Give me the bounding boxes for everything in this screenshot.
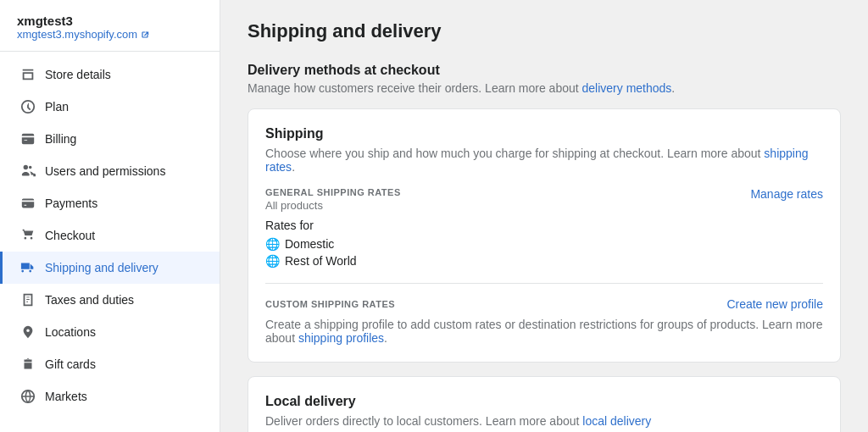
sidebar-item-checkout[interactable]: Checkout [0, 219, 220, 252]
shipping-card: Shipping Choose where you ship and how m… [248, 108, 841, 363]
rates-header: GENERAL SHIPPING RATES All products Rate… [265, 187, 823, 269]
shipping-icon [19, 259, 36, 276]
custom-rates-label: CUSTOM SHIPPING RATES [265, 299, 395, 309]
general-shipping-rates-section: GENERAL SHIPPING RATES All products Rate… [265, 187, 823, 269]
local-delivery-card: Local delivery Deliver orders directly t… [248, 376, 841, 432]
gift-icon [19, 356, 36, 373]
custom-rates-header: CUSTOM SHIPPING RATES Create new profile [265, 297, 823, 311]
sidebar-item-plan[interactable]: Plan [0, 91, 220, 123]
rate-domestic: 🌐 Domestic [265, 235, 401, 252]
billing-icon [19, 130, 36, 147]
sidebar-item-markets[interactable]: Markets [0, 380, 220, 413]
general-rates-label: GENERAL SHIPPING RATES [265, 187, 401, 197]
sidebar-label-billing: Billing [45, 132, 76, 146]
custom-shipping-rates-section: CUSTOM SHIPPING RATES Create new profile… [265, 297, 823, 345]
store-url-link[interactable]: xmgtest3.myshopify.com [17, 28, 203, 41]
sidebar-item-store-details[interactable]: Store details [0, 58, 220, 91]
sidebar-label-payments: Payments [45, 197, 97, 210]
markets-icon [19, 388, 36, 405]
store-icon [19, 66, 36, 83]
card-divider [265, 283, 823, 284]
globe-world-icon: 🌐 [265, 254, 280, 268]
sidebar-label-markets: Markets [45, 390, 87, 403]
payments-icon [19, 195, 36, 212]
page-title: Shipping and delivery [248, 20, 841, 42]
store-name: xmgtest3 [17, 14, 203, 28]
sidebar-item-users-permissions[interactable]: Users and permissions [0, 155, 220, 187]
local-delivery-desc: Deliver orders directly to local custome… [265, 414, 823, 428]
sidebar-header: xmgtest3 xmgtest3.myshopify.com [0, 0, 220, 52]
locations-icon [19, 324, 36, 341]
custom-rates-desc: Create a shipping profile to add custom … [265, 318, 823, 345]
shipping-card-title: Shipping [265, 126, 823, 141]
delivery-methods-title: Delivery methods at checkout [248, 63, 841, 78]
sidebar-label-locations: Locations [45, 325, 96, 339]
taxes-icon [19, 291, 36, 308]
sidebar-label-taxes: Taxes and duties [45, 293, 134, 307]
main-content: Shipping and delivery Delivery methods a… [220, 0, 868, 432]
sidebar-item-locations[interactable]: Locations [0, 316, 220, 348]
general-rates-info: GENERAL SHIPPING RATES All products Rate… [265, 187, 401, 269]
sidebar-nav: Store details Plan Billing Users and per… [0, 52, 220, 419]
shipping-card-desc: Choose where you ship and how much you c… [265, 147, 823, 174]
delivery-methods-subtitle: Manage how customers receive their order… [248, 81, 841, 95]
checkout-icon [19, 227, 36, 244]
sidebar-item-shipping-delivery[interactable]: Shipping and delivery [0, 252, 220, 284]
rates-for-label: Rates for [265, 219, 401, 232]
sidebar-item-payments[interactable]: Payments [0, 187, 220, 219]
manage-rates-link[interactable]: Manage rates [750, 187, 823, 201]
general-rates-sublabel: All products [265, 199, 401, 212]
sidebar-label-store-details: Store details [45, 68, 111, 81]
sidebar-item-billing[interactable]: Billing [0, 123, 220, 155]
sidebar-item-gift-cards[interactable]: Gift cards [0, 348, 220, 380]
sidebar-label-gift-cards: Gift cards [45, 357, 96, 371]
sidebar-label-shipping: Shipping and delivery [45, 261, 159, 274]
external-link-icon [140, 30, 150, 40]
plan-icon [19, 98, 36, 115]
local-delivery-link[interactable]: local delivery [582, 414, 651, 428]
sidebar-item-taxes-duties[interactable]: Taxes and duties [0, 284, 220, 316]
delivery-methods-section: Delivery methods at checkout Manage how … [248, 63, 841, 95]
local-delivery-title: Local delivery [265, 394, 823, 409]
sidebar-label-plan: Plan [45, 100, 69, 114]
delivery-methods-link[interactable]: delivery methods [582, 81, 672, 95]
rate-world: 🌐 Rest of World [265, 252, 401, 269]
create-profile-link[interactable]: Create new profile [726, 297, 823, 311]
sidebar-label-users: Users and permissions [45, 164, 165, 178]
sidebar-label-checkout: Checkout [45, 229, 95, 242]
globe-domestic-icon: 🌐 [265, 237, 280, 251]
sidebar: xmgtest3 xmgtest3.myshopify.com Store de… [0, 0, 220, 432]
users-icon [19, 163, 36, 180]
shipping-profiles-link[interactable]: shipping profiles [298, 331, 384, 345]
